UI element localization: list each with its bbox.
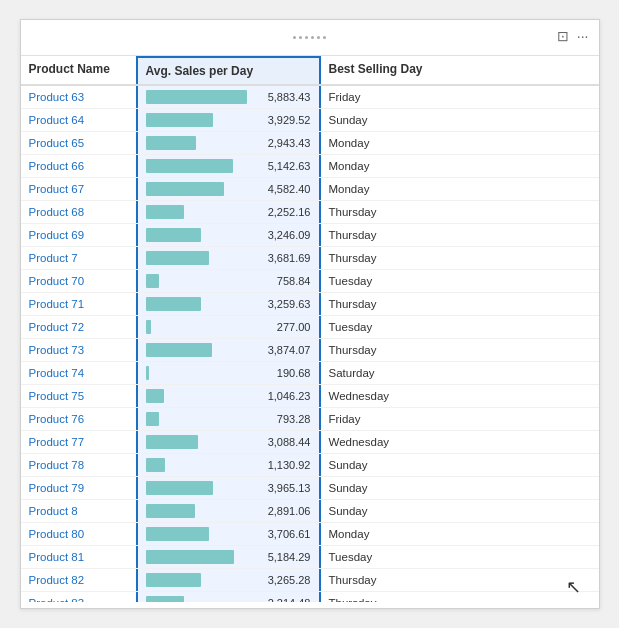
sales-value: 2,252.16 [251, 206, 311, 218]
product-name: Product 79 [21, 478, 136, 498]
table-row: Product 70 758.84 Tuesday [21, 270, 599, 293]
sales-value: 793.28 [251, 413, 311, 425]
product-name: Product 66 [21, 156, 136, 176]
table-body: Product 63 5,883.43 Friday Product 64 3,… [21, 86, 599, 602]
col-header-best-day[interactable]: Best Selling Day [321, 56, 599, 84]
sales-bar [146, 389, 164, 403]
sales-cell: 3,929.52 [136, 109, 321, 131]
sales-bar [146, 458, 165, 472]
sales-value: 3,706.61 [251, 528, 311, 540]
best-day: Friday [321, 409, 599, 429]
table-row: Product 73 3,874.07 Thursday [21, 339, 599, 362]
table-row: Product 83 2,214.48 Thursday [21, 592, 599, 602]
table-row: Product 7 3,681.69 Thursday [21, 247, 599, 270]
sales-cell: 3,246.09 [136, 224, 321, 246]
sales-value: 3,088.44 [251, 436, 311, 448]
sales-cell: 3,681.69 [136, 247, 321, 269]
sales-value: 3,965.13 [251, 482, 311, 494]
sales-value: 2,943.43 [251, 137, 311, 149]
sales-value: 277.00 [251, 321, 311, 333]
best-day: Thursday [321, 225, 599, 245]
sales-cell: 1,046.23 [136, 385, 321, 407]
sales-bar [146, 251, 210, 265]
sales-cell: 277.00 [136, 316, 321, 338]
col-header-product[interactable]: Product Name [21, 56, 136, 84]
sales-value: 190.68 [251, 367, 311, 379]
product-name: Product 77 [21, 432, 136, 452]
bar-container [146, 90, 247, 104]
table-row: Product 78 1,130.92 Sunday [21, 454, 599, 477]
table-row: Product 77 3,088.44 Wednesday [21, 431, 599, 454]
bar-container [146, 527, 247, 541]
more-options-icon[interactable]: ··· [577, 28, 589, 44]
product-name: Product 63 [21, 87, 136, 107]
table-row: Product 72 277.00 Tuesday [21, 316, 599, 339]
widget-actions: ⊡ ··· [557, 28, 589, 44]
sales-bar [146, 435, 199, 449]
best-day: Tuesday [321, 547, 599, 567]
bar-container [146, 228, 247, 242]
sales-bar [146, 412, 159, 426]
bar-container [146, 205, 247, 219]
best-day: Friday [321, 87, 599, 107]
product-name: Product 7 [21, 248, 136, 268]
col-header-avg-sales[interactable]: Avg. Sales per Day [136, 56, 321, 84]
sales-bar [146, 297, 202, 311]
best-day: Tuesday [321, 317, 599, 337]
sales-value: 3,681.69 [251, 252, 311, 264]
expand-icon[interactable]: ⊡ [557, 28, 569, 44]
product-name: Product 83 [21, 593, 136, 602]
sales-bar [146, 596, 184, 602]
best-day: Sunday [321, 455, 599, 475]
sales-bar [146, 366, 149, 380]
sales-bar [146, 274, 159, 288]
sales-value: 5,883.43 [251, 91, 311, 103]
best-day: Wednesday [321, 432, 599, 452]
sales-bar [146, 136, 197, 150]
sales-value: 3,874.07 [251, 344, 311, 356]
bar-container [146, 573, 247, 587]
product-name: Product 74 [21, 363, 136, 383]
best-day: Thursday [321, 202, 599, 222]
bar-container [146, 412, 247, 426]
best-day: Sunday [321, 501, 599, 521]
widget-container: ⊡ ··· Product Name Avg. Sales per Day Be… [20, 19, 600, 609]
sales-bar [146, 90, 247, 104]
best-day: Thursday [321, 593, 599, 602]
sales-bar [146, 527, 210, 541]
table-row: Product 8 2,891.06 Sunday [21, 500, 599, 523]
bar-container [146, 182, 247, 196]
sales-bar [146, 113, 214, 127]
sales-value: 3,259.63 [251, 298, 311, 310]
sales-cell: 3,874.07 [136, 339, 321, 361]
sales-value: 3,246.09 [251, 229, 311, 241]
table-row: Product 64 3,929.52 Sunday [21, 109, 599, 132]
table-row: Product 76 793.28 Friday [21, 408, 599, 431]
best-day: Monday [321, 179, 599, 199]
sales-cell: 4,582.40 [136, 178, 321, 200]
product-name: Product 72 [21, 317, 136, 337]
table-row: Product 79 3,965.13 Sunday [21, 477, 599, 500]
best-day: Tuesday [321, 271, 599, 291]
sales-cell: 1,130.92 [136, 454, 321, 476]
sales-bar [146, 320, 151, 334]
drag-handle[interactable] [293, 36, 326, 39]
sales-cell: 2,214.48 [136, 592, 321, 602]
table-wrapper: Product Name Avg. Sales per Day Best Sel… [21, 56, 599, 608]
sales-value: 4,582.40 [251, 183, 311, 195]
sales-value: 5,142.63 [251, 160, 311, 172]
table-row: Product 69 3,246.09 Thursday [21, 224, 599, 247]
table-scroll-area[interactable]: Product 63 5,883.43 Friday Product 64 3,… [21, 86, 599, 602]
table-row: Product 63 5,883.43 Friday [21, 86, 599, 109]
sales-bar [146, 159, 234, 173]
table-header: Product Name Avg. Sales per Day Best Sel… [21, 56, 599, 86]
product-name: Product 67 [21, 179, 136, 199]
product-name: Product 8 [21, 501, 136, 521]
sales-cell: 2,252.16 [136, 201, 321, 223]
bar-container [146, 113, 247, 127]
sales-cell: 5,142.63 [136, 155, 321, 177]
bar-container [146, 550, 247, 564]
best-day: Monday [321, 524, 599, 544]
bar-container [146, 504, 247, 518]
product-name: Product 80 [21, 524, 136, 544]
